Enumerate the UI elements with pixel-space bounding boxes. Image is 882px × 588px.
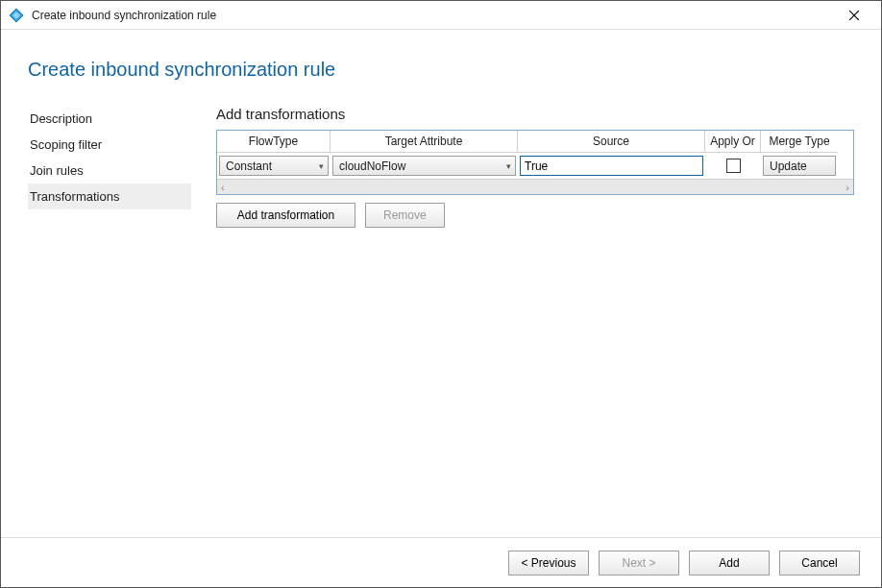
apply-once-checkbox[interactable] bbox=[726, 159, 741, 173]
next-button[interactable]: Next > bbox=[599, 551, 679, 576]
panel-title: Add transformations bbox=[216, 106, 854, 122]
add-button[interactable]: Add bbox=[689, 551, 770, 576]
content-area: Create inbound synchronization rule Desc… bbox=[1, 30, 881, 537]
window-title: Create inbound synchronization rule bbox=[32, 9, 216, 22]
col-header-source: Source bbox=[518, 131, 705, 153]
col-header-flowtype: FlowType bbox=[217, 131, 331, 153]
scroll-left-icon: ‹ bbox=[221, 182, 225, 193]
page-heading: Create inbound synchronization rule bbox=[28, 59, 854, 81]
transformations-panel: Add transformations FlowType Target Attr… bbox=[216, 106, 854, 228]
col-header-merge-type: Merge Type bbox=[761, 131, 838, 153]
remove-button[interactable]: Remove bbox=[365, 203, 445, 228]
transformation-row: Constant ▾ cloudNoFlow ▾ bbox=[217, 153, 853, 179]
merge-type-value: Update bbox=[770, 159, 807, 173]
previous-button[interactable]: < Previous bbox=[508, 551, 589, 576]
cancel-button[interactable]: Cancel bbox=[779, 551, 860, 576]
sidebar-item-scoping-filter[interactable]: Scoping filter bbox=[28, 132, 191, 158]
col-header-apply-once: Apply Or bbox=[705, 131, 761, 153]
add-transformation-button[interactable]: Add transformation bbox=[216, 203, 355, 228]
horizontal-scrollbar[interactable]: ‹ › bbox=[217, 179, 853, 194]
source-input[interactable] bbox=[520, 156, 703, 176]
sidebar-item-description[interactable]: Description bbox=[28, 106, 191, 132]
chevron-down-icon: ▾ bbox=[506, 161, 511, 171]
flowtype-value: Constant bbox=[226, 159, 272, 173]
flowtype-dropdown[interactable]: Constant ▾ bbox=[219, 156, 329, 176]
scroll-right-icon: › bbox=[845, 182, 849, 193]
titlebar: Create inbound synchronization rule bbox=[1, 1, 881, 30]
merge-type-dropdown[interactable]: Update bbox=[763, 156, 836, 176]
target-attribute-value: cloudNoFlow bbox=[339, 159, 405, 173]
wizard-footer: < Previous Next > Add Cancel bbox=[1, 537, 881, 587]
col-header-target: Target Attribute bbox=[331, 131, 518, 153]
wizard-sidebar: Description Scoping filter Join rules Tr… bbox=[28, 106, 191, 209]
close-button[interactable] bbox=[835, 2, 873, 29]
sidebar-item-transformations[interactable]: Transformations bbox=[28, 184, 191, 209]
transformations-grid: FlowType Target Attribute Source Apply O… bbox=[216, 130, 854, 195]
sidebar-item-join-rules[interactable]: Join rules bbox=[28, 158, 191, 184]
target-attribute-dropdown[interactable]: cloudNoFlow ▾ bbox=[332, 156, 516, 176]
grid-header-row: FlowType Target Attribute Source Apply O… bbox=[217, 131, 853, 153]
app-icon bbox=[9, 8, 24, 23]
chevron-down-icon: ▾ bbox=[319, 161, 324, 171]
